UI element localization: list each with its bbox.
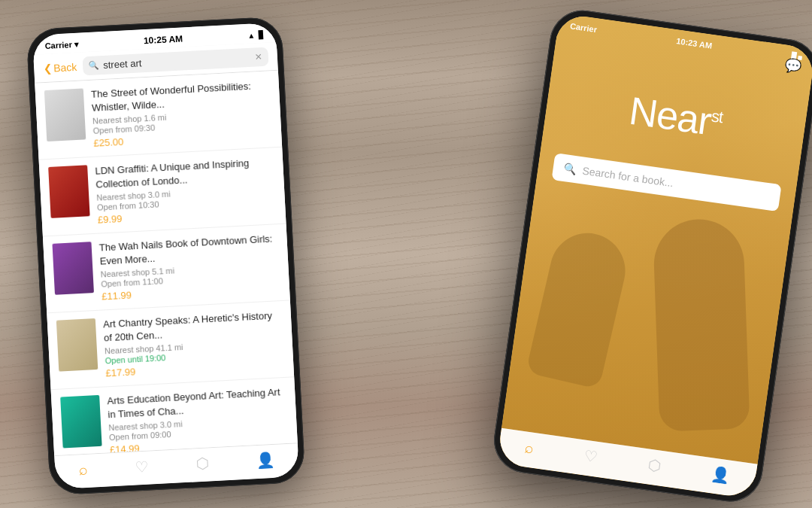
result-item-4[interactable]: Art Chantry Speaks: A Heretic's History … bbox=[47, 301, 294, 391]
nearst-tab-favorites[interactable]: ♡ bbox=[583, 447, 598, 467]
carrier-text: Carrier bbox=[44, 40, 72, 50]
carrier-right: Carrier bbox=[569, 21, 597, 34]
search-box[interactable]: 🔍 street art ✕ bbox=[83, 47, 269, 76]
tab-favorites[interactable]: ♡ bbox=[135, 458, 149, 476]
back-button[interactable]: ❮ Back bbox=[43, 60, 77, 74]
result-info-1: The Street of Wonderful Possibilities: W… bbox=[91, 78, 273, 148]
result-item-1[interactable]: The Street of Wonderful Possibilities: W… bbox=[35, 71, 282, 160]
book-thumbnail-1 bbox=[44, 88, 86, 141]
back-label: Back bbox=[53, 60, 77, 74]
location-icon: ▲ bbox=[247, 31, 255, 40]
back-chevron-icon: ❮ bbox=[43, 62, 53, 75]
nearst-search-tab-icon: ⌕ bbox=[523, 439, 535, 457]
book-thumbnail-3 bbox=[52, 242, 93, 295]
result-item-5[interactable]: Arts Education Beyond Art: Teaching Art … bbox=[51, 378, 298, 455]
time-right: 10:23 AM bbox=[676, 36, 713, 50]
result-info-4: Art Chantry Speaks: A Heretic's History … bbox=[103, 309, 285, 379]
tab-search[interactable]: ⌕ bbox=[78, 461, 88, 479]
results-list: The Street of Wonderful Possibilities: W… bbox=[35, 71, 297, 455]
tab-profile[interactable]: 👤 bbox=[256, 451, 275, 470]
heart-tab-icon: ♡ bbox=[135, 458, 149, 476]
result-info-3: The Wah Nails Book of Downtown Girls: Ev… bbox=[98, 232, 280, 302]
carrier-left: Carrier ▾ bbox=[44, 39, 79, 50]
clear-search-button[interactable]: ✕ bbox=[254, 51, 262, 62]
screen-content-left: Carrier ▾ 10:25 AM ▲ ▊ ❮ Back bbox=[32, 23, 299, 489]
book-thumb-inner-5 bbox=[60, 395, 102, 449]
book-thumbnail-4 bbox=[56, 318, 98, 372]
tab-bookmarks[interactable]: ⬡ bbox=[195, 454, 209, 473]
phone-right: Carrier 10:23 AM ▊■ 💬 Nearst 🔍 Search fo… bbox=[489, 6, 812, 506]
logo-superscript: st bbox=[710, 106, 724, 126]
book-thumb-inner-1 bbox=[44, 88, 86, 141]
book-thumb-inner-2 bbox=[48, 165, 89, 218]
wifi-icon: ▾ bbox=[74, 39, 79, 49]
phone-left: Carrier ▾ 10:25 AM ▲ ▊ ❮ Back bbox=[26, 17, 306, 496]
search-query-text: street art bbox=[103, 57, 142, 71]
search-tab-icon: ⌕ bbox=[78, 461, 88, 479]
nearst-tab-profile[interactable]: 👤 bbox=[710, 464, 732, 485]
nearst-tab-bookmarks[interactable]: ⬡ bbox=[647, 456, 662, 476]
battery-icon: ▊ bbox=[258, 30, 265, 38]
result-item-3[interactable]: The Wah Nails Book of Downtown Girls: Ev… bbox=[43, 224, 290, 314]
profile-tab-icon: 👤 bbox=[256, 451, 275, 470]
status-icons-left: ▲ ▊ bbox=[247, 30, 264, 39]
result-info-2: LDN Graffiti: A Unique and Inspiring Col… bbox=[95, 155, 277, 225]
book-thumbnail-2 bbox=[48, 165, 89, 218]
phones-container: Carrier ▾ 10:25 AM ▲ ▊ ❮ Back bbox=[0, 0, 812, 508]
nearst-profile-tab-icon: 👤 bbox=[710, 464, 732, 485]
logo-text: Near bbox=[626, 89, 714, 144]
time-left: 10:25 AM bbox=[144, 33, 183, 46]
nearst-heart-tab-icon: ♡ bbox=[583, 447, 598, 467]
bookmark-tab-icon: ⬡ bbox=[195, 454, 209, 473]
book-thumbnail-5 bbox=[60, 395, 102, 449]
result-item-2[interactable]: LDN Graffiti: A Unique and Inspiring Col… bbox=[39, 148, 286, 237]
nearst-search-icon: 🔍 bbox=[563, 162, 577, 175]
phone-left-screen: Carrier ▾ 10:25 AM ▲ ▊ ❮ Back bbox=[32, 23, 299, 489]
nearst-search-placeholder: Search for a book... bbox=[582, 165, 674, 190]
nearst-tab-search[interactable]: ⌕ bbox=[523, 439, 535, 457]
nearst-screen: Carrier 10:23 AM ▊■ 💬 Nearst 🔍 Search fo… bbox=[496, 13, 812, 499]
book-thumb-inner-3 bbox=[52, 242, 93, 295]
search-icon: 🔍 bbox=[89, 60, 100, 71]
book-thumb-inner-4 bbox=[56, 318, 98, 372]
phone-right-screen: Carrier 10:23 AM ▊■ 💬 Nearst 🔍 Search fo… bbox=[496, 13, 812, 499]
nearst-bookmark-tab-icon: ⬡ bbox=[647, 456, 662, 476]
